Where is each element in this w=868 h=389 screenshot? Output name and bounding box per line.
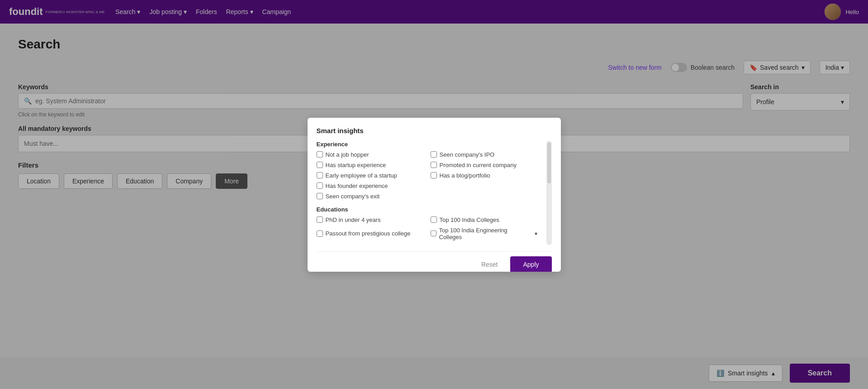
- modal-scrollbar[interactable]: [546, 141, 552, 245]
- reset-button[interactable]: Reset: [474, 257, 505, 272]
- checkbox-seen-exit[interactable]: Seen company's exit: [317, 193, 423, 200]
- apply-button[interactable]: Apply: [510, 256, 551, 272]
- checkbox-seen-ipo-input[interactable]: [431, 151, 437, 158]
- expand-icon: ▾: [535, 231, 537, 237]
- smart-insights-modal: Smart insights Experience Not a job hopp…: [308, 118, 561, 272]
- checkbox-promoted-current-input[interactable]: [431, 162, 437, 168]
- checkbox-not-job-hopper-input[interactable]: [317, 151, 323, 158]
- checkbox-not-job-hopper[interactable]: Not a job hopper: [317, 151, 423, 158]
- checkbox-promoted-current[interactable]: Promoted in current company: [431, 162, 537, 168]
- modal-content-area: Experience Not a job hopper Seen company…: [317, 141, 552, 245]
- checkbox-blog-portfolio-label: Has a blog/portfolio: [440, 172, 490, 179]
- checkbox-seen-exit-label: Seen company's exit: [326, 193, 380, 200]
- checkbox-founder-exp[interactable]: Has founder experience: [317, 182, 423, 189]
- checkbox-top100-colleges-label: Top 100 India Colleges: [440, 216, 499, 223]
- checkbox-prestigious-college-label: Passout from prestigious college: [326, 230, 411, 237]
- checkbox-founder-exp-label: Has founder experience: [326, 182, 388, 189]
- modal-scrollbar-thumb: [547, 143, 551, 183]
- checkbox-early-employee-input[interactable]: [317, 172, 323, 178]
- checkbox-founder-exp-input[interactable]: [317, 182, 323, 189]
- checkbox-seen-exit-input[interactable]: [317, 193, 323, 199]
- checkbox-blog-portfolio-input[interactable]: [431, 172, 437, 178]
- checkbox-startup-exp-label: Has startup experience: [326, 162, 386, 168]
- checkbox-phd-input[interactable]: [317, 216, 323, 223]
- modal-overlay[interactable]: Smart insights Experience Not a job hopp…: [0, 0, 868, 389]
- modal-scroll-area: Experience Not a job hopper Seen company…: [317, 141, 541, 245]
- checkbox-startup-exp[interactable]: Has startup experience: [317, 162, 423, 168]
- educations-checkboxes: PhD in under 4 years Top 100 India Colle…: [317, 216, 537, 240]
- checkbox-top100-colleges-input[interactable]: [431, 216, 437, 223]
- checkbox-phd-label: PhD in under 4 years: [326, 216, 381, 223]
- modal-footer: Reset Apply: [317, 251, 552, 272]
- modal-title: Smart insights: [317, 127, 552, 134]
- educations-section-heading: Educations: [317, 206, 537, 213]
- checkbox-top100-engineering[interactable]: Top 100 India Engineering Colleges ▾: [431, 227, 537, 240]
- experience-section-heading: Experience: [317, 141, 537, 148]
- checkbox-prestigious-college[interactable]: Passout from prestigious college: [317, 227, 423, 240]
- checkbox-startup-exp-input[interactable]: [317, 162, 323, 168]
- checkbox-promoted-current-label: Promoted in current company: [440, 162, 517, 168]
- checkbox-not-job-hopper-label: Not a job hopper: [326, 151, 369, 158]
- checkbox-top100-colleges[interactable]: Top 100 India Colleges: [431, 216, 537, 223]
- checkbox-phd[interactable]: PhD in under 4 years: [317, 216, 423, 223]
- checkbox-seen-ipo-label: Seen company's IPO: [440, 151, 495, 158]
- checkbox-early-employee-label: Early employee of a startup: [326, 172, 397, 179]
- checkbox-seen-ipo[interactable]: Seen company's IPO: [431, 151, 537, 158]
- checkbox-prestigious-college-input[interactable]: [317, 231, 323, 237]
- checkbox-early-employee[interactable]: Early employee of a startup: [317, 172, 423, 179]
- experience-checkboxes: Not a job hopper Seen company's IPO Has …: [317, 151, 537, 200]
- checkbox-top100-engineering-input[interactable]: [431, 231, 436, 236]
- checkbox-blog-portfolio[interactable]: Has a blog/portfolio: [431, 172, 537, 179]
- checkbox-top100-engineering-label: Top 100 India Engineering Colleges: [439, 227, 530, 240]
